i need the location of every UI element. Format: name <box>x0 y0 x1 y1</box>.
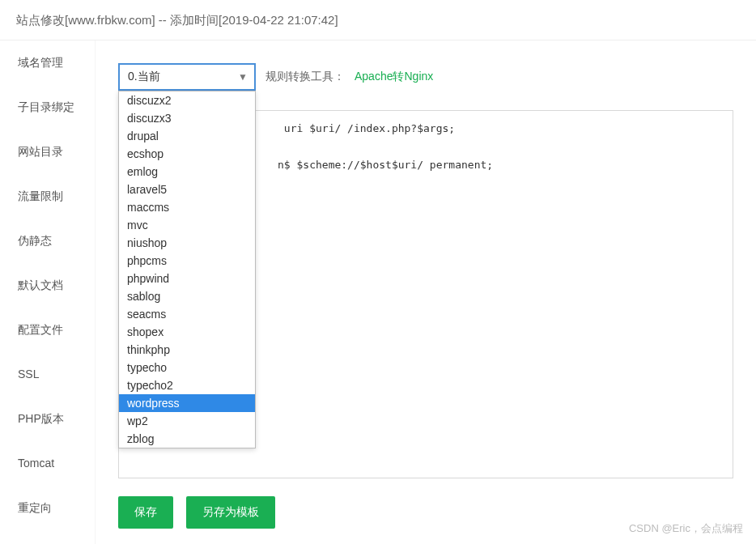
dropdown-option-mvc[interactable]: mvc <box>119 216 255 234</box>
dropdown-option-laravel5[interactable]: laravel5 <box>119 181 255 198</box>
dropdown-option-niushop[interactable]: niushop <box>119 234 255 252</box>
dropdown-option-wordpress[interactable]: wordpress <box>119 394 255 412</box>
sidebar-item-1[interactable]: 子目录绑定 <box>0 85 95 130</box>
template-dropdown: discuzx2discuzx3drupalecshopemloglaravel… <box>118 91 256 448</box>
sidebar-item-10[interactable]: 重定向 <box>0 486 95 530</box>
dropdown-option-discuzx3[interactable]: discuzx3 <box>119 109 255 127</box>
sidebar-item-0[interactable]: 域名管理 <box>0 40 95 85</box>
sidebar: 域名管理子目录绑定网站目录流量限制伪静态默认文档配置文件SSLPHP版本Tomc… <box>0 40 96 544</box>
dropdown-option-zblog[interactable]: zblog <box>119 430 255 448</box>
sidebar-item-4[interactable]: 伪静态 <box>0 219 95 263</box>
sidebar-item-9[interactable]: Tomcat <box>0 441 95 486</box>
dropdown-option-wp2[interactable]: wp2 <box>119 412 255 430</box>
sidebar-item-5[interactable]: 默认文档 <box>0 263 95 308</box>
save-button[interactable]: 保存 <box>118 496 173 529</box>
watermark: CSDN @Eric，会点编程 <box>629 521 743 536</box>
dropdown-option-typecho2[interactable]: typecho2 <box>119 376 255 394</box>
dropdown-option-ecshop[interactable]: ecshop <box>119 145 255 163</box>
select-value: 0.当前 <box>128 70 160 84</box>
convert-label: 规则转换工具： <box>265 70 345 84</box>
sidebar-item-3[interactable]: 流量限制 <box>0 174 95 219</box>
dropdown-list[interactable]: discuzx2discuzx3drupalecshopemloglaravel… <box>119 91 255 448</box>
apache-to-nginx-link[interactable]: Apache转Nginx <box>355 70 433 84</box>
dropdown-option-emlog[interactable]: emlog <box>119 163 255 181</box>
save-as-template-button[interactable]: 另存为模板 <box>186 496 275 529</box>
dropdown-option-discuzx2[interactable]: discuzx2 <box>119 91 255 109</box>
dropdown-option-sablog[interactable]: sablog <box>119 287 255 305</box>
dropdown-option-shopex[interactable]: shopex <box>119 323 255 341</box>
dropdown-option-maccms[interactable]: maccms <box>119 198 255 216</box>
dropdown-option-phpwind[interactable]: phpwind <box>119 270 255 287</box>
dropdown-option-thinkphp[interactable]: thinkphp <box>119 341 255 359</box>
sidebar-item-2[interactable]: 网站目录 <box>0 130 95 174</box>
page-title: 站点修改[www.frbkw.com] -- 添加时间[2019-04-22 2… <box>0 0 756 40</box>
dropdown-option-typecho[interactable]: typecho <box>119 359 255 376</box>
dropdown-option-phpcms[interactable]: phpcms <box>119 252 255 270</box>
dropdown-option-seacms[interactable]: seacms <box>119 305 255 323</box>
template-select[interactable]: 0.当前 ▼ <box>118 63 256 91</box>
dropdown-option-drupal[interactable]: drupal <box>119 127 255 145</box>
chevron-down-icon: ▼ <box>238 71 248 83</box>
sidebar-item-6[interactable]: 配置文件 <box>0 308 95 352</box>
main-panel: 0.当前 ▼ discuzx2discuzx3drupalecshopemlog… <box>96 40 756 544</box>
sidebar-item-8[interactable]: PHP版本 <box>0 397 95 441</box>
sidebar-item-7[interactable]: SSL <box>0 352 95 397</box>
